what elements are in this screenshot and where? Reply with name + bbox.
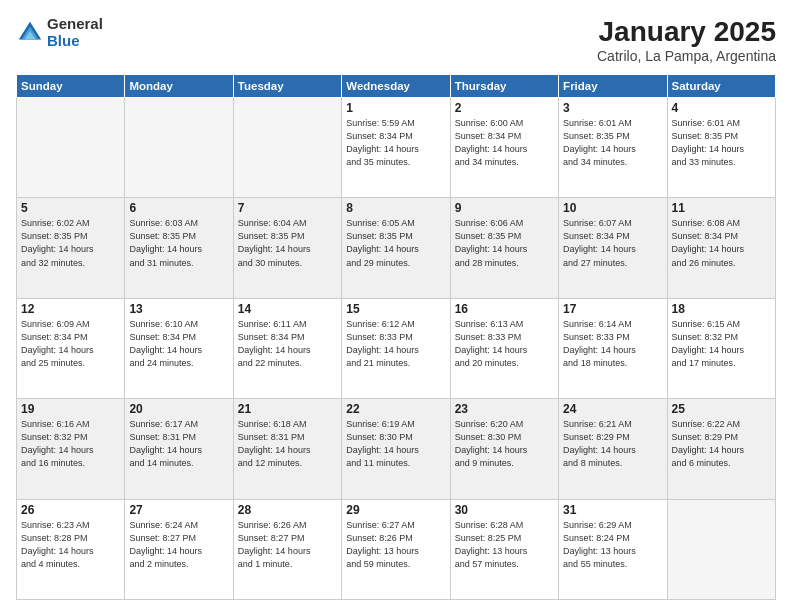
calendar-cell: 5Sunrise: 6:02 AM Sunset: 8:35 PM Daylig… (17, 198, 125, 298)
calendar-cell: 16Sunrise: 6:13 AM Sunset: 8:33 PM Dayli… (450, 298, 558, 398)
day-info: Sunrise: 6:19 AM Sunset: 8:30 PM Dayligh… (346, 418, 445, 470)
day-info: Sunrise: 6:29 AM Sunset: 8:24 PM Dayligh… (563, 519, 662, 571)
day-info: Sunrise: 6:06 AM Sunset: 8:35 PM Dayligh… (455, 217, 554, 269)
page: General Blue January 2025 Catrilo, La Pa… (0, 0, 792, 612)
calendar-table: SundayMondayTuesdayWednesdayThursdayFrid… (16, 74, 776, 600)
day-info: Sunrise: 6:15 AM Sunset: 8:32 PM Dayligh… (672, 318, 771, 370)
calendar-cell: 30Sunrise: 6:28 AM Sunset: 8:25 PM Dayli… (450, 499, 558, 599)
day-number: 22 (346, 402, 445, 416)
day-info: Sunrise: 6:22 AM Sunset: 8:29 PM Dayligh… (672, 418, 771, 470)
day-info: Sunrise: 6:08 AM Sunset: 8:34 PM Dayligh… (672, 217, 771, 269)
calendar-cell (17, 98, 125, 198)
logo-blue: Blue (47, 33, 103, 50)
calendar-cell: 9Sunrise: 6:06 AM Sunset: 8:35 PM Daylig… (450, 198, 558, 298)
col-header-wednesday: Wednesday (342, 75, 450, 98)
col-header-thursday: Thursday (450, 75, 558, 98)
calendar-week-row: 5Sunrise: 6:02 AM Sunset: 8:35 PM Daylig… (17, 198, 776, 298)
day-number: 19 (21, 402, 120, 416)
calendar-cell: 18Sunrise: 6:15 AM Sunset: 8:32 PM Dayli… (667, 298, 775, 398)
day-info: Sunrise: 6:05 AM Sunset: 8:35 PM Dayligh… (346, 217, 445, 269)
col-header-saturday: Saturday (667, 75, 775, 98)
title-block: January 2025 Catrilo, La Pampa, Argentin… (597, 16, 776, 64)
calendar-cell: 27Sunrise: 6:24 AM Sunset: 8:27 PM Dayli… (125, 499, 233, 599)
calendar-subtitle: Catrilo, La Pampa, Argentina (597, 48, 776, 64)
day-info: Sunrise: 6:24 AM Sunset: 8:27 PM Dayligh… (129, 519, 228, 571)
day-number: 12 (21, 302, 120, 316)
day-info: Sunrise: 6:21 AM Sunset: 8:29 PM Dayligh… (563, 418, 662, 470)
calendar-cell (125, 98, 233, 198)
day-number: 2 (455, 101, 554, 115)
day-info: Sunrise: 6:16 AM Sunset: 8:32 PM Dayligh… (21, 418, 120, 470)
day-info: Sunrise: 6:28 AM Sunset: 8:25 PM Dayligh… (455, 519, 554, 571)
day-number: 15 (346, 302, 445, 316)
col-header-monday: Monday (125, 75, 233, 98)
calendar-cell: 22Sunrise: 6:19 AM Sunset: 8:30 PM Dayli… (342, 399, 450, 499)
day-number: 28 (238, 503, 337, 517)
calendar-cell: 7Sunrise: 6:04 AM Sunset: 8:35 PM Daylig… (233, 198, 341, 298)
day-number: 16 (455, 302, 554, 316)
calendar-cell: 24Sunrise: 6:21 AM Sunset: 8:29 PM Dayli… (559, 399, 667, 499)
calendar-cell: 17Sunrise: 6:14 AM Sunset: 8:33 PM Dayli… (559, 298, 667, 398)
calendar-cell: 21Sunrise: 6:18 AM Sunset: 8:31 PM Dayli… (233, 399, 341, 499)
day-number: 11 (672, 201, 771, 215)
day-info: Sunrise: 6:07 AM Sunset: 8:34 PM Dayligh… (563, 217, 662, 269)
calendar-cell: 28Sunrise: 6:26 AM Sunset: 8:27 PM Dayli… (233, 499, 341, 599)
day-number: 27 (129, 503, 228, 517)
day-number: 10 (563, 201, 662, 215)
day-info: Sunrise: 6:17 AM Sunset: 8:31 PM Dayligh… (129, 418, 228, 470)
col-header-tuesday: Tuesday (233, 75, 341, 98)
day-info: Sunrise: 6:09 AM Sunset: 8:34 PM Dayligh… (21, 318, 120, 370)
day-number: 14 (238, 302, 337, 316)
day-number: 21 (238, 402, 337, 416)
col-header-sunday: Sunday (17, 75, 125, 98)
calendar-cell (667, 499, 775, 599)
day-number: 3 (563, 101, 662, 115)
calendar-week-row: 12Sunrise: 6:09 AM Sunset: 8:34 PM Dayli… (17, 298, 776, 398)
calendar-week-row: 26Sunrise: 6:23 AM Sunset: 8:28 PM Dayli… (17, 499, 776, 599)
day-number: 17 (563, 302, 662, 316)
calendar-cell: 26Sunrise: 6:23 AM Sunset: 8:28 PM Dayli… (17, 499, 125, 599)
day-number: 25 (672, 402, 771, 416)
day-number: 31 (563, 503, 662, 517)
day-number: 9 (455, 201, 554, 215)
calendar-cell: 25Sunrise: 6:22 AM Sunset: 8:29 PM Dayli… (667, 399, 775, 499)
calendar-cell: 8Sunrise: 6:05 AM Sunset: 8:35 PM Daylig… (342, 198, 450, 298)
day-number: 23 (455, 402, 554, 416)
day-info: Sunrise: 5:59 AM Sunset: 8:34 PM Dayligh… (346, 117, 445, 169)
day-info: Sunrise: 6:23 AM Sunset: 8:28 PM Dayligh… (21, 519, 120, 571)
calendar-cell: 12Sunrise: 6:09 AM Sunset: 8:34 PM Dayli… (17, 298, 125, 398)
day-info: Sunrise: 6:26 AM Sunset: 8:27 PM Dayligh… (238, 519, 337, 571)
day-info: Sunrise: 6:10 AM Sunset: 8:34 PM Dayligh… (129, 318, 228, 370)
calendar-cell: 10Sunrise: 6:07 AM Sunset: 8:34 PM Dayli… (559, 198, 667, 298)
logo-icon (16, 19, 44, 47)
day-info: Sunrise: 6:03 AM Sunset: 8:35 PM Dayligh… (129, 217, 228, 269)
day-number: 18 (672, 302, 771, 316)
calendar-cell: 23Sunrise: 6:20 AM Sunset: 8:30 PM Dayli… (450, 399, 558, 499)
calendar-title: January 2025 (597, 16, 776, 48)
day-info: Sunrise: 6:12 AM Sunset: 8:33 PM Dayligh… (346, 318, 445, 370)
day-number: 13 (129, 302, 228, 316)
day-info: Sunrise: 6:20 AM Sunset: 8:30 PM Dayligh… (455, 418, 554, 470)
day-number: 26 (21, 503, 120, 517)
day-info: Sunrise: 6:04 AM Sunset: 8:35 PM Dayligh… (238, 217, 337, 269)
day-number: 7 (238, 201, 337, 215)
day-number: 30 (455, 503, 554, 517)
day-number: 6 (129, 201, 228, 215)
calendar-cell: 14Sunrise: 6:11 AM Sunset: 8:34 PM Dayli… (233, 298, 341, 398)
calendar-cell: 6Sunrise: 6:03 AM Sunset: 8:35 PM Daylig… (125, 198, 233, 298)
calendar-cell: 4Sunrise: 6:01 AM Sunset: 8:35 PM Daylig… (667, 98, 775, 198)
logo-general: General (47, 16, 103, 33)
day-number: 1 (346, 101, 445, 115)
day-info: Sunrise: 6:00 AM Sunset: 8:34 PM Dayligh… (455, 117, 554, 169)
calendar-week-row: 19Sunrise: 6:16 AM Sunset: 8:32 PM Dayli… (17, 399, 776, 499)
day-info: Sunrise: 6:13 AM Sunset: 8:33 PM Dayligh… (455, 318, 554, 370)
day-number: 29 (346, 503, 445, 517)
calendar-cell: 3Sunrise: 6:01 AM Sunset: 8:35 PM Daylig… (559, 98, 667, 198)
logo-text: General Blue (47, 16, 103, 49)
day-info: Sunrise: 6:11 AM Sunset: 8:34 PM Dayligh… (238, 318, 337, 370)
day-number: 4 (672, 101, 771, 115)
col-header-friday: Friday (559, 75, 667, 98)
day-number: 5 (21, 201, 120, 215)
day-info: Sunrise: 6:27 AM Sunset: 8:26 PM Dayligh… (346, 519, 445, 571)
day-info: Sunrise: 6:18 AM Sunset: 8:31 PM Dayligh… (238, 418, 337, 470)
